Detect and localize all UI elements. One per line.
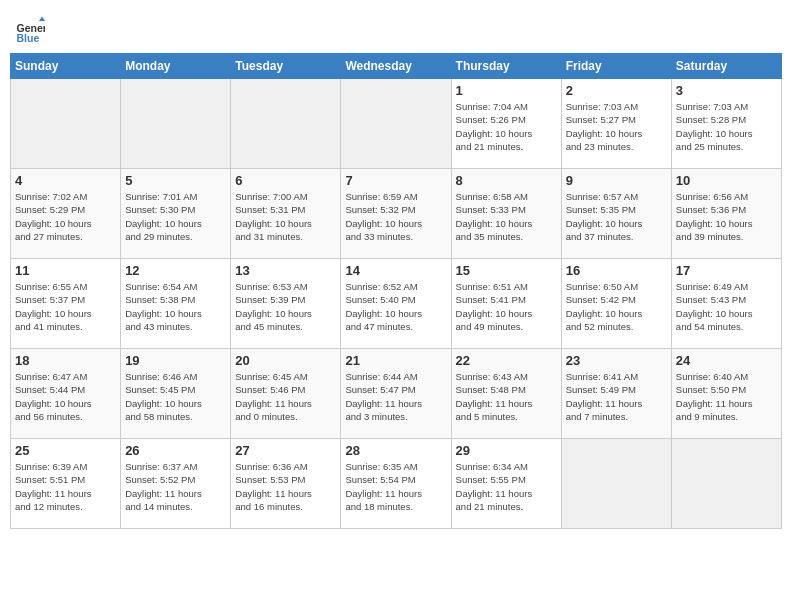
calendar-cell: 19Sunrise: 6:46 AM Sunset: 5:45 PM Dayli…	[121, 349, 231, 439]
day-number: 11	[15, 263, 116, 278]
day-info: Sunrise: 6:50 AM Sunset: 5:42 PM Dayligh…	[566, 280, 667, 333]
day-number: 15	[456, 263, 557, 278]
day-number: 10	[676, 173, 777, 188]
calendar-cell	[341, 79, 451, 169]
calendar-cell: 15Sunrise: 6:51 AM Sunset: 5:41 PM Dayli…	[451, 259, 561, 349]
calendar-cell: 22Sunrise: 6:43 AM Sunset: 5:48 PM Dayli…	[451, 349, 561, 439]
calendar-cell: 16Sunrise: 6:50 AM Sunset: 5:42 PM Dayli…	[561, 259, 671, 349]
day-info: Sunrise: 6:54 AM Sunset: 5:38 PM Dayligh…	[125, 280, 226, 333]
calendar-cell: 10Sunrise: 6:56 AM Sunset: 5:36 PM Dayli…	[671, 169, 781, 259]
weekday-wednesday: Wednesday	[341, 54, 451, 79]
calendar-cell: 23Sunrise: 6:41 AM Sunset: 5:49 PM Dayli…	[561, 349, 671, 439]
calendar-cell	[671, 439, 781, 529]
calendar-cell: 13Sunrise: 6:53 AM Sunset: 5:39 PM Dayli…	[231, 259, 341, 349]
day-number: 16	[566, 263, 667, 278]
day-info: Sunrise: 6:37 AM Sunset: 5:52 PM Dayligh…	[125, 460, 226, 513]
calendar-cell: 5Sunrise: 7:01 AM Sunset: 5:30 PM Daylig…	[121, 169, 231, 259]
day-number: 25	[15, 443, 116, 458]
day-number: 8	[456, 173, 557, 188]
weekday-sunday: Sunday	[11, 54, 121, 79]
day-number: 2	[566, 83, 667, 98]
calendar-body: 1Sunrise: 7:04 AM Sunset: 5:26 PM Daylig…	[11, 79, 782, 529]
week-row-2: 11Sunrise: 6:55 AM Sunset: 5:37 PM Dayli…	[11, 259, 782, 349]
calendar-cell: 21Sunrise: 6:44 AM Sunset: 5:47 PM Dayli…	[341, 349, 451, 439]
day-info: Sunrise: 7:04 AM Sunset: 5:26 PM Dayligh…	[456, 100, 557, 153]
calendar-cell	[11, 79, 121, 169]
day-number: 18	[15, 353, 116, 368]
calendar-cell	[561, 439, 671, 529]
calendar-cell: 14Sunrise: 6:52 AM Sunset: 5:40 PM Dayli…	[341, 259, 451, 349]
week-row-3: 18Sunrise: 6:47 AM Sunset: 5:44 PM Dayli…	[11, 349, 782, 439]
calendar-cell: 27Sunrise: 6:36 AM Sunset: 5:53 PM Dayli…	[231, 439, 341, 529]
weekday-saturday: Saturday	[671, 54, 781, 79]
day-number: 1	[456, 83, 557, 98]
svg-marker-2	[39, 17, 45, 22]
calendar-cell: 17Sunrise: 6:49 AM Sunset: 5:43 PM Dayli…	[671, 259, 781, 349]
logo: General Blue	[15, 15, 49, 45]
day-number: 13	[235, 263, 336, 278]
calendar-cell: 12Sunrise: 6:54 AM Sunset: 5:38 PM Dayli…	[121, 259, 231, 349]
day-info: Sunrise: 7:03 AM Sunset: 5:28 PM Dayligh…	[676, 100, 777, 153]
weekday-tuesday: Tuesday	[231, 54, 341, 79]
day-number: 5	[125, 173, 226, 188]
day-info: Sunrise: 7:03 AM Sunset: 5:27 PM Dayligh…	[566, 100, 667, 153]
weekday-monday: Monday	[121, 54, 231, 79]
day-info: Sunrise: 6:51 AM Sunset: 5:41 PM Dayligh…	[456, 280, 557, 333]
day-number: 29	[456, 443, 557, 458]
calendar-cell: 29Sunrise: 6:34 AM Sunset: 5:55 PM Dayli…	[451, 439, 561, 529]
day-number: 3	[676, 83, 777, 98]
weekday-friday: Friday	[561, 54, 671, 79]
calendar-cell: 4Sunrise: 7:02 AM Sunset: 5:29 PM Daylig…	[11, 169, 121, 259]
day-info: Sunrise: 7:02 AM Sunset: 5:29 PM Dayligh…	[15, 190, 116, 243]
week-row-4: 25Sunrise: 6:39 AM Sunset: 5:51 PM Dayli…	[11, 439, 782, 529]
week-row-0: 1Sunrise: 7:04 AM Sunset: 5:26 PM Daylig…	[11, 79, 782, 169]
day-info: Sunrise: 6:59 AM Sunset: 5:32 PM Dayligh…	[345, 190, 446, 243]
calendar-cell: 11Sunrise: 6:55 AM Sunset: 5:37 PM Dayli…	[11, 259, 121, 349]
day-number: 26	[125, 443, 226, 458]
day-info: Sunrise: 6:55 AM Sunset: 5:37 PM Dayligh…	[15, 280, 116, 333]
calendar-cell	[231, 79, 341, 169]
day-info: Sunrise: 6:58 AM Sunset: 5:33 PM Dayligh…	[456, 190, 557, 243]
day-info: Sunrise: 6:44 AM Sunset: 5:47 PM Dayligh…	[345, 370, 446, 423]
calendar-cell: 8Sunrise: 6:58 AM Sunset: 5:33 PM Daylig…	[451, 169, 561, 259]
calendar-cell: 25Sunrise: 6:39 AM Sunset: 5:51 PM Dayli…	[11, 439, 121, 529]
day-number: 21	[345, 353, 446, 368]
calendar-cell: 9Sunrise: 6:57 AM Sunset: 5:35 PM Daylig…	[561, 169, 671, 259]
day-number: 9	[566, 173, 667, 188]
calendar-table: SundayMondayTuesdayWednesdayThursdayFrid…	[10, 53, 782, 529]
day-info: Sunrise: 6:36 AM Sunset: 5:53 PM Dayligh…	[235, 460, 336, 513]
day-info: Sunrise: 6:45 AM Sunset: 5:46 PM Dayligh…	[235, 370, 336, 423]
day-info: Sunrise: 6:53 AM Sunset: 5:39 PM Dayligh…	[235, 280, 336, 333]
calendar-cell: 3Sunrise: 7:03 AM Sunset: 5:28 PM Daylig…	[671, 79, 781, 169]
page-header: General Blue	[10, 10, 782, 45]
day-number: 7	[345, 173, 446, 188]
day-info: Sunrise: 6:47 AM Sunset: 5:44 PM Dayligh…	[15, 370, 116, 423]
day-info: Sunrise: 7:00 AM Sunset: 5:31 PM Dayligh…	[235, 190, 336, 243]
calendar-cell: 26Sunrise: 6:37 AM Sunset: 5:52 PM Dayli…	[121, 439, 231, 529]
day-info: Sunrise: 6:35 AM Sunset: 5:54 PM Dayligh…	[345, 460, 446, 513]
calendar-cell: 28Sunrise: 6:35 AM Sunset: 5:54 PM Dayli…	[341, 439, 451, 529]
day-number: 23	[566, 353, 667, 368]
day-info: Sunrise: 6:56 AM Sunset: 5:36 PM Dayligh…	[676, 190, 777, 243]
day-number: 17	[676, 263, 777, 278]
calendar-cell: 2Sunrise: 7:03 AM Sunset: 5:27 PM Daylig…	[561, 79, 671, 169]
weekday-thursday: Thursday	[451, 54, 561, 79]
weekday-header-row: SundayMondayTuesdayWednesdayThursdayFrid…	[11, 54, 782, 79]
calendar-cell: 7Sunrise: 6:59 AM Sunset: 5:32 PM Daylig…	[341, 169, 451, 259]
day-info: Sunrise: 6:52 AM Sunset: 5:40 PM Dayligh…	[345, 280, 446, 333]
calendar-cell	[121, 79, 231, 169]
calendar-cell: 1Sunrise: 7:04 AM Sunset: 5:26 PM Daylig…	[451, 79, 561, 169]
calendar-cell: 18Sunrise: 6:47 AM Sunset: 5:44 PM Dayli…	[11, 349, 121, 439]
day-number: 4	[15, 173, 116, 188]
day-number: 6	[235, 173, 336, 188]
day-info: Sunrise: 6:43 AM Sunset: 5:48 PM Dayligh…	[456, 370, 557, 423]
day-info: Sunrise: 6:39 AM Sunset: 5:51 PM Dayligh…	[15, 460, 116, 513]
day-number: 27	[235, 443, 336, 458]
day-info: Sunrise: 7:01 AM Sunset: 5:30 PM Dayligh…	[125, 190, 226, 243]
week-row-1: 4Sunrise: 7:02 AM Sunset: 5:29 PM Daylig…	[11, 169, 782, 259]
day-number: 12	[125, 263, 226, 278]
calendar-cell: 6Sunrise: 7:00 AM Sunset: 5:31 PM Daylig…	[231, 169, 341, 259]
svg-text:Blue: Blue	[17, 32, 40, 44]
day-number: 20	[235, 353, 336, 368]
day-info: Sunrise: 6:46 AM Sunset: 5:45 PM Dayligh…	[125, 370, 226, 423]
